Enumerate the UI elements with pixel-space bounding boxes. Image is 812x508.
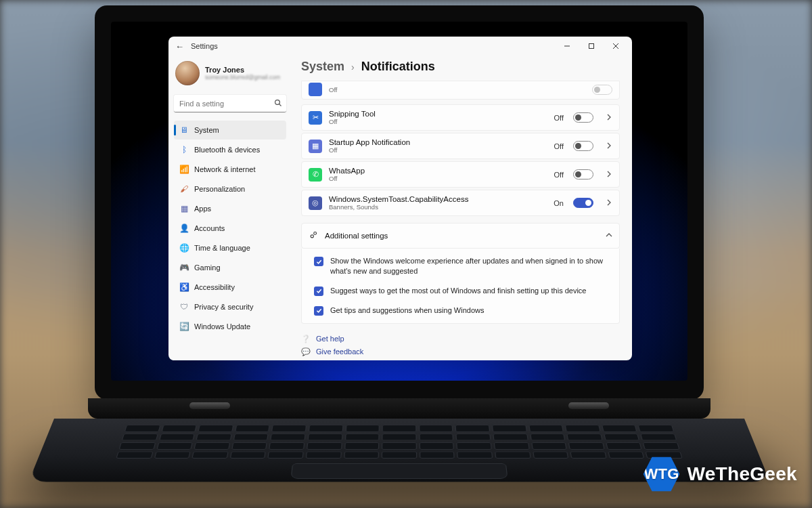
help-icon: ❔ [301, 335, 311, 343]
chevron-right-icon[interactable] [606, 114, 612, 122]
display-icon: 🖥 [179, 125, 189, 135]
sidebar-item-apps[interactable]: ▦Apps [174, 199, 286, 218]
sidebar-item-personalization[interactable]: 🖌Personalization [174, 179, 286, 198]
app-icon: ✆ [309, 168, 322, 182]
svg-point-7 [314, 232, 317, 234]
checkbox-row[interactable]: Get tips and suggestions when using Wind… [309, 301, 612, 320]
toggle-switch[interactable] [573, 198, 593, 208]
sidebar: Troy Jones someone.blurred@gmail.com 🖥Sy… [168, 56, 292, 360]
app-icon [309, 83, 322, 96]
get-help-link[interactable]: ❔Get help [301, 335, 620, 343]
checkbox-checked-icon[interactable] [314, 306, 323, 316]
toggle-switch[interactable] [592, 85, 612, 95]
sidebar-item-gaming[interactable]: 🎮Gaming [174, 258, 286, 277]
page-title: Notifications [361, 60, 435, 74]
search-field[interactable] [174, 95, 286, 112]
apps-icon: ▦ [179, 204, 189, 213]
notification-app-row[interactable]: ◎Windows.SystemToast.CapabilityAccessBan… [301, 190, 620, 216]
app-title: Snipping Tool [329, 110, 547, 118]
gaming-icon: 🎮 [179, 263, 189, 272]
globe-icon: 🌐 [179, 243, 189, 253]
checkbox-row[interactable]: Suggest ways to get the most out of Wind… [309, 281, 612, 301]
toggle-switch[interactable] [573, 169, 593, 179]
checkbox-checked-icon[interactable] [314, 287, 323, 296]
notification-app-row[interactable]: Off [301, 81, 620, 100]
profile-block[interactable]: Troy Jones someone.blurred@gmail.com [174, 58, 286, 92]
maximize-button[interactable] [579, 37, 604, 56]
toggle-state-label: Off [554, 114, 564, 122]
notification-app-row[interactable]: ✂Snipping ToolOffOff [301, 104, 620, 131]
search-icon [274, 99, 282, 108]
toggle-state-label: On [554, 199, 564, 207]
svg-point-6 [311, 235, 313, 238]
sidebar-item-label: Accounts [194, 224, 225, 232]
close-button[interactable] [604, 37, 628, 56]
chevron-right-icon: › [351, 62, 355, 72]
window-title: Settings [191, 42, 218, 50]
app-subtitle: Banners, Sounds [329, 203, 547, 211]
sidebar-item-label: Bluetooth & devices [194, 146, 260, 154]
sidebar-item-label: Personalization [194, 185, 245, 193]
search-input[interactable] [174, 95, 286, 112]
shield-icon: 🛡 [179, 302, 189, 312]
sidebar-item-accounts[interactable]: 👤Accounts [174, 219, 286, 238]
svg-point-4 [275, 100, 280, 105]
chevron-right-icon[interactable] [606, 171, 612, 179]
toggle-state-label: Off [554, 171, 564, 179]
toggle-state-label: Off [554, 142, 564, 150]
sidebar-item-label: Apps [194, 205, 211, 213]
minimize-button[interactable] [555, 37, 579, 56]
watermark: WTG WeTheGeek [643, 455, 797, 493]
sidebar-item-label: Accessibility [194, 283, 235, 291]
main-pane: System › Notifications Off ✂Snipping Too… [292, 56, 632, 360]
app-title: Windows.SystemToast.CapabilityAccess [329, 195, 547, 203]
sidebar-item-bluetooth-devices[interactable]: ᛒBluetooth & devices [174, 140, 286, 159]
avatar [175, 61, 200, 85]
sidebar-item-privacy-security[interactable]: 🛡Privacy & security [174, 297, 286, 316]
app-icon: ◎ [309, 196, 322, 210]
app-title: Startup App Notification [329, 138, 547, 146]
chevron-up-icon [606, 232, 612, 240]
notification-app-row[interactable]: ✆WhatsAppOffOff [301, 161, 620, 188]
app-subtitle: Off [329, 175, 547, 182]
sidebar-item-label: Gaming [194, 263, 221, 272]
toggle-switch[interactable] [573, 141, 593, 151]
sidebar-item-label: Privacy & security [194, 303, 253, 311]
back-button[interactable]: ← [175, 41, 184, 51]
wifi-icon: 📶 [179, 165, 189, 174]
brush-icon: 🖌 [179, 184, 189, 194]
checkbox-label: Show the Windows welcome experience afte… [330, 256, 607, 276]
chevron-right-icon[interactable] [606, 199, 612, 207]
breadcrumb: System › Notifications [301, 57, 620, 81]
brand-logo: WTG [643, 455, 681, 493]
sidebar-item-accessibility[interactable]: ♿Accessibility [174, 278, 286, 297]
checkbox-checked-icon[interactable] [314, 257, 323, 266]
update-icon: 🔄 [179, 322, 189, 331]
app-subtitle: Off [329, 146, 547, 154]
app-title: WhatsApp [329, 167, 547, 175]
checkbox-label: Get tips and suggestions when using Wind… [330, 305, 484, 316]
settings-window: ← Settings Troy [168, 37, 632, 360]
toggle-switch[interactable] [573, 112, 593, 123]
notification-app-row[interactable]: ▦Startup App NotificationOffOff [301, 133, 620, 159]
give-feedback-link[interactable]: 💬Give feedback [301, 347, 620, 356]
gear-icon [309, 230, 318, 241]
svg-line-5 [279, 104, 281, 106]
sidebar-item-system[interactable]: 🖥System [174, 121, 286, 140]
sidebar-item-windows-update[interactable]: 🔄Windows Update [174, 317, 286, 336]
checkbox-label: Suggest ways to get the most out of Wind… [330, 286, 587, 296]
chevron-right-icon[interactable] [606, 142, 612, 150]
bluetooth-icon: ᛒ [179, 145, 189, 154]
checkbox-row[interactable]: Show the Windows welcome experience afte… [309, 251, 612, 281]
sidebar-item-label: System [194, 126, 219, 134]
additional-settings-header[interactable]: Additional settings [301, 223, 620, 249]
sidebar-item-label: Time & language [194, 244, 250, 252]
breadcrumb-parent[interactable]: System [301, 60, 344, 74]
sidebar-item-time-language[interactable]: 🌐Time & language [174, 238, 286, 257]
brand-name: WeTheGeek [687, 463, 797, 485]
account-icon: 👤 [179, 224, 189, 233]
sidebar-item-network-internet[interactable]: 📶Network & internet [174, 160, 286, 179]
sidebar-item-label: Windows Update [194, 322, 250, 331]
app-icon: ✂ [309, 111, 322, 125]
profile-name: Troy Jones [205, 66, 280, 74]
